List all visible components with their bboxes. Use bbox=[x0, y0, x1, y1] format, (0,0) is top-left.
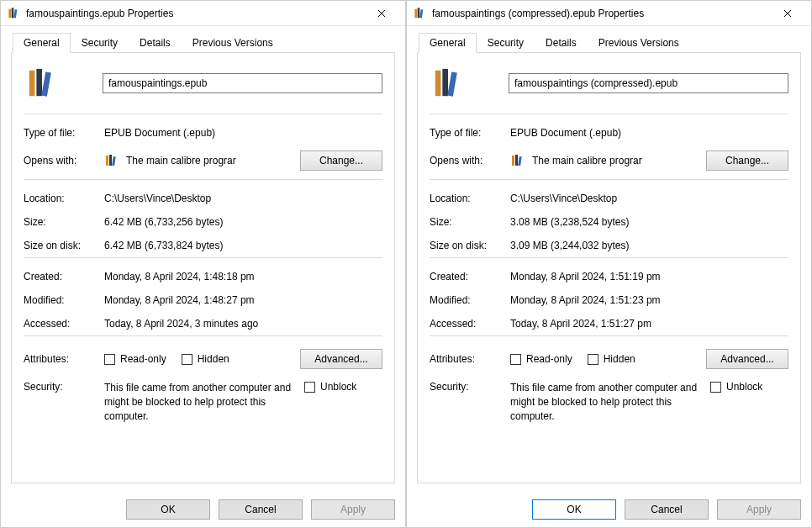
value-created: Monday, 8 April 2024, 1:51:19 pm bbox=[510, 271, 788, 282]
unblock-checkbox[interactable] bbox=[304, 382, 315, 393]
value-modified: Monday, 8 April 2024, 1:51:23 pm bbox=[510, 294, 788, 306]
dialog-body: General Security Details Previous Versio… bbox=[1, 26, 405, 492]
value-location: C:\Users\Vince\Desktop bbox=[510, 193, 788, 204]
tab-general[interactable]: General bbox=[13, 33, 71, 53]
tab-previous-versions[interactable]: Previous Versions bbox=[588, 33, 690, 52]
apply-button[interactable]: Apply bbox=[717, 499, 801, 520]
hidden-label: Hidden bbox=[198, 353, 229, 365]
value-created: Monday, 8 April 2024, 1:48:18 pm bbox=[104, 271, 382, 282]
ok-button[interactable]: OK bbox=[126, 499, 210, 520]
value-size-on-disk: 3.09 MB (3,244,032 bytes) bbox=[510, 240, 788, 251]
close-icon bbox=[377, 9, 386, 18]
label-accessed: Accessed: bbox=[24, 318, 104, 330]
close-button[interactable] bbox=[365, 2, 398, 25]
label-location: Location: bbox=[24, 193, 104, 204]
value-size: 6.42 MB (6,733,256 bytes) bbox=[104, 216, 382, 228]
label-created: Created: bbox=[430, 271, 510, 282]
svg-rect-13 bbox=[442, 69, 448, 96]
value-accessed: Today, 8 April 2024, 1:51:27 pm bbox=[510, 318, 788, 330]
cancel-button[interactable]: Cancel bbox=[625, 499, 709, 520]
label-modified: Modified: bbox=[430, 294, 510, 306]
tabs: General Security Details Previous Versio… bbox=[417, 33, 801, 52]
value-type-of-file: EPUB Document (.epub) bbox=[104, 127, 382, 139]
dialog-buttons: OK Cancel Apply bbox=[407, 492, 811, 527]
value-security: This file came from another computer and… bbox=[104, 381, 298, 423]
label-accessed: Accessed: bbox=[430, 318, 510, 330]
hidden-checkbox[interactable] bbox=[182, 354, 192, 365]
label-type-of-file: Type of file: bbox=[430, 127, 510, 139]
tab-details[interactable]: Details bbox=[535, 33, 588, 52]
tabs: General Security Details Previous Versio… bbox=[11, 33, 395, 52]
advanced-button[interactable]: Advanced... bbox=[706, 349, 788, 369]
label-security: Security: bbox=[24, 381, 104, 393]
label-opens-with: Opens with: bbox=[430, 155, 510, 166]
readonly-checkbox[interactable] bbox=[510, 354, 521, 365]
tab-general[interactable]: General bbox=[419, 33, 477, 53]
label-modified: Modified: bbox=[24, 294, 104, 306]
filename-input[interactable] bbox=[103, 73, 382, 93]
titlebar[interactable]: famouspaintings (compressed).epub Proper… bbox=[407, 1, 811, 26]
tab-security[interactable]: Security bbox=[71, 33, 129, 52]
file-type-icon bbox=[24, 65, 61, 102]
readonly-checkbox-wrap[interactable]: Read-only bbox=[104, 353, 166, 365]
label-size: Size: bbox=[24, 216, 104, 228]
dialog-buttons: OK Cancel Apply bbox=[1, 492, 405, 527]
label-attributes: Attributes: bbox=[24, 353, 104, 365]
change-button[interactable]: Change... bbox=[300, 150, 382, 171]
hidden-checkbox-wrap[interactable]: Hidden bbox=[588, 353, 635, 365]
ok-button[interactable]: OK bbox=[532, 499, 616, 520]
svg-rect-9 bbox=[414, 8, 417, 18]
unblock-label: Unblock bbox=[320, 381, 356, 393]
close-icon bbox=[783, 9, 792, 18]
value-modified: Monday, 8 April 2024, 1:48:27 pm bbox=[104, 294, 382, 306]
readonly-checkbox-wrap[interactable]: Read-only bbox=[510, 353, 572, 365]
readonly-checkbox[interactable] bbox=[104, 354, 115, 365]
titlebar[interactable]: famouspaintings.epub Properties bbox=[1, 1, 405, 26]
svg-rect-14 bbox=[447, 71, 456, 96]
change-button[interactable]: Change... bbox=[706, 150, 788, 171]
value-opens-with: The main calibre prograr bbox=[532, 155, 706, 166]
svg-rect-8 bbox=[112, 156, 116, 166]
label-size-on-disk: Size on disk: bbox=[430, 240, 510, 251]
value-size-on-disk: 6.42 MB (6,733,824 bytes) bbox=[104, 240, 382, 251]
svg-rect-3 bbox=[29, 71, 35, 96]
file-type-icon bbox=[430, 65, 467, 102]
svg-rect-2 bbox=[13, 9, 17, 18]
filename-input[interactable] bbox=[509, 73, 788, 93]
svg-rect-17 bbox=[518, 156, 522, 166]
cancel-button[interactable]: Cancel bbox=[219, 499, 303, 520]
hidden-checkbox-wrap[interactable]: Hidden bbox=[182, 353, 229, 365]
svg-rect-4 bbox=[36, 69, 42, 96]
unblock-checkbox-wrap[interactable]: Unblock bbox=[304, 381, 356, 393]
unblock-checkbox[interactable] bbox=[710, 382, 721, 393]
label-created: Created: bbox=[24, 271, 104, 282]
hidden-checkbox[interactable] bbox=[588, 354, 598, 365]
svg-rect-16 bbox=[515, 155, 518, 166]
value-type-of-file: EPUB Document (.epub) bbox=[510, 127, 788, 139]
close-button[interactable] bbox=[771, 2, 804, 25]
svg-rect-11 bbox=[419, 9, 423, 18]
svg-rect-5 bbox=[41, 71, 50, 96]
svg-rect-6 bbox=[106, 156, 108, 166]
label-size-on-disk: Size on disk: bbox=[24, 240, 104, 251]
dialog-body: General Security Details Previous Versio… bbox=[407, 26, 811, 492]
properties-dialog-left: famouspaintings.epub Properties General … bbox=[0, 0, 406, 528]
tab-details[interactable]: Details bbox=[129, 33, 182, 52]
readonly-label: Read-only bbox=[526, 353, 572, 365]
value-opens-with: The main calibre prograr bbox=[126, 155, 300, 166]
label-security: Security: bbox=[430, 381, 510, 393]
tab-panel-general: Type of file:EPUB Document (.epub) Opens… bbox=[417, 52, 801, 483]
books-icon bbox=[8, 7, 21, 20]
svg-rect-12 bbox=[435, 71, 441, 96]
svg-rect-0 bbox=[8, 8, 11, 18]
unblock-checkbox-wrap[interactable]: Unblock bbox=[710, 381, 762, 393]
apply-button[interactable]: Apply bbox=[311, 499, 395, 520]
window-title: famouspaintings.epub Properties bbox=[26, 8, 365, 19]
value-location: C:\Users\Vince\Desktop bbox=[104, 193, 382, 204]
value-accessed: Today, 8 April 2024, 3 minutes ago bbox=[104, 318, 382, 330]
app-icon bbox=[104, 153, 119, 168]
tab-security[interactable]: Security bbox=[477, 33, 535, 52]
advanced-button[interactable]: Advanced... bbox=[300, 349, 382, 369]
tab-previous-versions[interactable]: Previous Versions bbox=[182, 33, 284, 52]
svg-rect-7 bbox=[109, 155, 112, 166]
